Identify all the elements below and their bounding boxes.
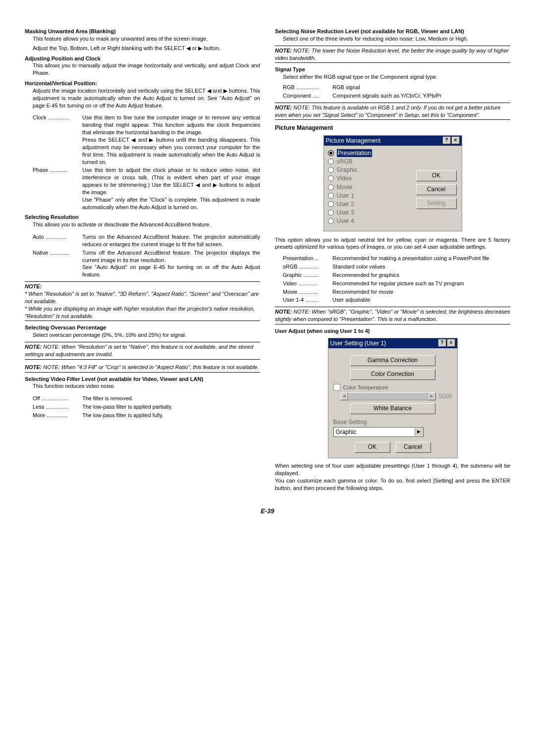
resolution-note1: * When "Resolution" is set to "Native", …	[25, 291, 259, 304]
left-column: Masking Unwanted Area (Blanking) This fe…	[25, 25, 260, 492]
color-temp-slider[interactable]: ◀ ▶ 5000	[340, 392, 452, 400]
native-text: Turns off the Advanced AccuBlend feature…	[82, 249, 260, 278]
nr-note: NOTE: NOTE: The lower the Noise Reductio…	[275, 46, 510, 63]
heading-overscan: Selecting Overscan Percentage	[25, 324, 260, 331]
off-text: The filter is removed.	[82, 395, 260, 402]
pm-cancel-button[interactable]: Cancel	[416, 184, 457, 195]
less-text: The low-pass filter is applied partially…	[82, 403, 260, 411]
note-label: NOTE:	[25, 283, 42, 289]
help-icon[interactable]: ?	[438, 339, 446, 347]
pm-note: NOTE: NOTE: When "sRGB", "Graphic", "Vid…	[275, 307, 510, 324]
filter-p1: This function reduces video noise.	[25, 382, 260, 390]
color-temp-value: 5000	[439, 392, 452, 400]
base-setting-value: Graphic	[334, 428, 415, 436]
auto-row: Auto .............. Turns on the Advance…	[33, 233, 260, 248]
chevron-right-icon[interactable]: ▶	[428, 392, 436, 400]
clock-text: Use this item to fine tune the computer …	[82, 114, 260, 165]
overscan-note2: NOTE: NOTE: When "4:3 Fill" or "Crop" is…	[25, 363, 260, 373]
us-cancel-button[interactable]: Cancel	[395, 442, 431, 453]
picture-management-dialog: Picture Management ? × Presentation sRGB…	[323, 135, 462, 231]
resolution-note: NOTE: * When "Resolution" is set to "Nat…	[25, 281, 260, 321]
color-temp-checkbox[interactable]	[333, 384, 340, 391]
comp-row: Component .... Component signals such as…	[283, 92, 510, 100]
heading-pm: Picture Management	[275, 124, 510, 132]
blanking-p2: Adjust the Top, Bottom, Left or Right bl…	[25, 45, 260, 52]
base-setting-label: Base Setting	[333, 418, 452, 426]
resolution-p1: This allows you to activate or deactivat…	[25, 221, 260, 228]
heading-resolution: Selecting Resolution	[25, 214, 260, 221]
blanking-p1: This feature allows you to mask any unwa…	[25, 35, 260, 43]
signal-note: NOTE: NOTE: This feature is available on…	[275, 103, 510, 120]
right-column: Selecting Noise Reduction Level (not ava…	[275, 25, 510, 492]
rgb-label: RGB ...............	[283, 84, 332, 91]
pm-setting-button[interactable]: Setting	[416, 198, 457, 209]
less-label: Less ...............	[33, 403, 82, 411]
nr-p1: Select one of the three levels for reduc…	[275, 35, 510, 43]
us-title-text: User Setting (User 1)	[330, 339, 386, 347]
user-setting-dialog: User Setting (User 1) ? × Gamma Correcti…	[328, 338, 458, 458]
phase-row: Phase ............ Use this item to adju…	[33, 166, 260, 211]
close-icon[interactable]: ×	[447, 339, 455, 347]
chevron-left-icon[interactable]: ◀	[340, 392, 348, 400]
user-p2: You can customize each gamma or color. T…	[275, 477, 510, 492]
more-label: More ..............	[33, 412, 82, 419]
native-row: Native ............. Turns off the Advan…	[33, 249, 260, 278]
pm-option-srgb[interactable]: sRGB	[328, 158, 458, 165]
overscan-note1: NOTE: NOTE: When "Resolution" is set to …	[25, 342, 260, 360]
more-text: The low-pass filter is applied fully.	[82, 412, 260, 419]
heading-nr: Selecting Noise Reduction Level (not ava…	[275, 28, 510, 35]
us-ok-button[interactable]: OK	[355, 442, 390, 453]
heading-user-adjust: User Adjust (when using User 1 to 4)	[275, 327, 510, 335]
phase-text: Use this item to adjust the clock phase …	[82, 166, 260, 211]
auto-text: Turns on the Advanced AccuBlend feature.…	[82, 233, 260, 248]
pm-desc: This option allows you to adjust neutral…	[275, 236, 510, 251]
white-balance-button[interactable]: White Balance	[350, 403, 435, 414]
color-correction-button[interactable]: Color Correction	[350, 369, 435, 380]
comp-text: Component signals such as Y/Cb/Cr, Y/Pb/…	[332, 92, 510, 100]
rgb-row: RGB ............... RGB signal	[283, 84, 510, 91]
heading-blanking: Masking Unwanted Area (Blanking)	[25, 28, 260, 35]
resolution-note2: * While you are displaying an image with…	[25, 306, 255, 319]
clock-label: Clock ..............	[33, 114, 82, 165]
heading-hvpos: Horizontal/Vertical Position:	[25, 80, 260, 87]
native-label: Native .............	[33, 249, 82, 278]
pm-title-text: Picture Management	[326, 137, 381, 145]
close-icon[interactable]: ×	[452, 137, 460, 144]
pm-option-user3[interactable]: User 3	[328, 209, 458, 216]
gamma-button[interactable]: Gamma Correction	[350, 355, 435, 366]
chevron-down-icon[interactable]: ▶	[415, 428, 423, 436]
user-p1: When selecting one of four user adjustab…	[275, 462, 510, 477]
off-label: Off ..................	[33, 395, 82, 402]
color-temp-label: Color Temperature	[343, 384, 388, 391]
heading-posclock: Adjusting Position and Clock	[25, 55, 260, 62]
pm-ok-button[interactable]: OK	[416, 170, 457, 181]
less-row: Less ............... The low-pass filter…	[33, 403, 260, 411]
heading-filter: Selecting Video Filter Level (not availa…	[25, 376, 260, 383]
heading-signal: Signal Type	[275, 66, 510, 73]
off-row: Off .................. The filter is rem…	[33, 395, 260, 402]
posclock-p1: This allows you to manually adjust the i…	[25, 62, 260, 77]
page-number: E-39	[25, 507, 510, 516]
pm-option-user4[interactable]: User 4	[328, 217, 458, 225]
comp-label: Component ....	[283, 92, 332, 100]
clock-row: Clock .............. Use this item to fi…	[33, 114, 260, 165]
overscan-p1: Select overscan percentage (0%, 5%, 10% …	[25, 331, 260, 339]
rgb-text: RGB signal	[332, 84, 510, 91]
phase-label: Phase ............	[33, 166, 82, 211]
auto-label: Auto ..............	[33, 233, 82, 248]
signal-p1: Select either the RGB signal type or the…	[275, 73, 510, 81]
more-row: More .............. The low-pass filter …	[33, 412, 260, 419]
help-icon[interactable]: ?	[443, 137, 451, 144]
pm-option-presentation[interactable]: Presentation	[328, 149, 458, 157]
hvpos-p1: Adjusts the image location horizontally …	[25, 87, 260, 109]
base-setting-dropdown[interactable]: Graphic ▶	[333, 427, 424, 437]
